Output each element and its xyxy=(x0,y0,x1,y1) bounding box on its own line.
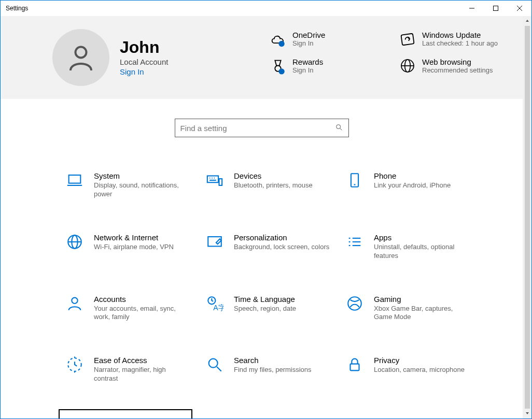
sync-icon xyxy=(393,31,422,48)
category-system[interactable]: System Display, sound, notifications, po… xyxy=(63,168,203,202)
category-sub: Bluetooth, printers, mouse xyxy=(234,181,330,190)
category-sub: Your accounts, email, sync, work, family xyxy=(94,305,190,322)
category-title: Apps xyxy=(374,233,470,242)
list-icon xyxy=(346,233,374,251)
category-sub: Find my files, permissions xyxy=(234,366,330,374)
user-sub: Local Account xyxy=(120,57,234,66)
tile-sub: Recommended settings xyxy=(422,66,493,75)
scroll-up-icon[interactable] xyxy=(525,18,529,24)
tile-windows-update[interactable]: Windows Update Last checked: 1 hour ago xyxy=(393,31,502,48)
close-button[interactable] xyxy=(508,1,531,16)
category-title: Personalization xyxy=(234,233,330,242)
category-sub: Location, camera, microphone xyxy=(374,366,470,374)
tile-title: Rewards xyxy=(292,57,323,66)
svg-point-34 xyxy=(72,297,77,303)
category-sub: Background, lock screen, colors xyxy=(234,243,330,252)
tile-title: Web browsing xyxy=(422,57,493,66)
globe-icon xyxy=(393,57,422,74)
category-apps[interactable]: Apps Uninstall, defaults, optional featu… xyxy=(343,230,483,264)
tile-sub: Sign In xyxy=(292,66,323,75)
titlebar: Settings xyxy=(1,1,531,16)
category-update-security[interactable]: Update & Security Windows Update, recove… xyxy=(59,409,192,418)
category-sub: Narrator, magnifier, high contrast xyxy=(94,366,190,383)
svg-point-39 xyxy=(209,359,218,368)
svg-line-40 xyxy=(217,367,221,372)
search-input[interactable]: Find a setting xyxy=(175,119,349,137)
tile-web-browsing[interactable]: Web browsing Recommended settings xyxy=(393,57,502,75)
category-title: Search xyxy=(234,356,330,365)
category-phone[interactable]: Phone Link your Android, iPhone xyxy=(343,168,483,202)
category-accounts[interactable]: Accounts Your accounts, email, sync, wor… xyxy=(63,292,203,325)
category-devices[interactable]: Devices Bluetooth, printers, mouse xyxy=(203,168,343,202)
laptop-icon xyxy=(66,171,94,189)
svg-rect-6 xyxy=(401,34,414,46)
category-search[interactable]: Search Find my files, permissions xyxy=(203,353,343,386)
category-sub: Uninstall, defaults, optional features xyxy=(374,243,470,261)
svg-point-5 xyxy=(278,41,284,47)
svg-rect-17 xyxy=(219,179,222,185)
minimize-button[interactable] xyxy=(460,1,484,16)
svg-line-13 xyxy=(340,128,342,130)
ease-icon xyxy=(66,356,94,373)
category-title: Ease of Access xyxy=(94,356,190,365)
category-sub: Xbox Game Bar, captures, Game Mode xyxy=(374,305,470,322)
category-personalization[interactable]: Personalization Background, lock screen,… xyxy=(203,230,343,264)
svg-rect-1 xyxy=(494,6,498,11)
svg-point-4 xyxy=(76,47,87,58)
category-title: Accounts xyxy=(94,295,190,304)
tile-title: Windows Update xyxy=(422,31,498,39)
keyboard-icon xyxy=(206,171,234,189)
time-language-icon: A字 xyxy=(206,295,234,312)
search-placeholder: Find a setting xyxy=(180,124,227,133)
category-title: Update & Security xyxy=(91,417,179,418)
window-buttons xyxy=(460,1,531,16)
person-icon xyxy=(66,295,94,312)
category-sub: Speech, region, date xyxy=(234,305,330,313)
user-block: John Local Account Sign In xyxy=(120,39,234,76)
svg-rect-27 xyxy=(208,237,221,246)
svg-rect-41 xyxy=(351,364,359,371)
category-sub: Link your Android, iPhone xyxy=(374,181,470,190)
category-sub: Display, sound, notifications, power xyxy=(94,181,190,199)
medal-icon xyxy=(263,57,292,75)
category-ease-of-access[interactable]: Ease of Access Narrator, magnifier, high… xyxy=(63,353,203,386)
paint-icon xyxy=(206,233,234,251)
category-title: System xyxy=(94,171,190,180)
tile-rewards[interactable]: Rewards Sign In xyxy=(263,57,372,75)
scroll-down-icon[interactable] xyxy=(525,411,529,416)
svg-point-8 xyxy=(278,68,284,74)
category-sub: Wi-Fi, airplane mode, VPN xyxy=(94,243,190,252)
category-title: Network & Internet xyxy=(94,233,190,242)
window-title: Settings xyxy=(6,5,28,12)
svg-point-37 xyxy=(348,297,361,310)
svg-text:A字: A字 xyxy=(213,303,223,311)
tile-title: OneDrive xyxy=(292,31,325,39)
avatar[interactable] xyxy=(52,29,109,86)
category-title: Gaming xyxy=(374,295,470,304)
user-name: John xyxy=(120,39,234,55)
scroll-thumb[interactable] xyxy=(525,26,530,409)
cloud-icon xyxy=(263,31,292,48)
maximize-button[interactable] xyxy=(484,1,508,16)
tile-onedrive[interactable]: OneDrive Sign In xyxy=(263,31,372,48)
phone-icon xyxy=(346,171,374,189)
search-icon xyxy=(335,123,343,133)
sign-in-link[interactable]: Sign In xyxy=(120,67,234,76)
lock-icon xyxy=(346,356,374,373)
globe-icon xyxy=(66,233,94,251)
category-network[interactable]: Network & Internet Wi-Fi, airplane mode,… xyxy=(63,230,203,264)
category-title: Privacy xyxy=(374,356,470,365)
tiles: OneDrive Sign In Windows Update Last che… xyxy=(234,31,502,84)
tile-sub: Last checked: 1 hour ago xyxy=(422,39,498,48)
svg-rect-16 xyxy=(207,176,218,183)
update-icon xyxy=(63,417,91,418)
categories-grid: System Display, sound, notifications, po… xyxy=(63,168,492,418)
category-gaming[interactable]: Gaming Xbox Game Bar, captures, Game Mod… xyxy=(343,292,483,325)
category-privacy[interactable]: Privacy Location, camera, microphone xyxy=(343,353,483,386)
header: John Local Account Sign In OneDrive Sign… xyxy=(1,16,523,99)
category-time-language[interactable]: A字 Time & Language Speech, region, date xyxy=(203,292,343,325)
category-title: Devices xyxy=(234,171,330,180)
scrollbar[interactable] xyxy=(523,16,531,418)
svg-rect-14 xyxy=(69,175,81,183)
tile-sub: Sign In xyxy=(292,39,325,48)
